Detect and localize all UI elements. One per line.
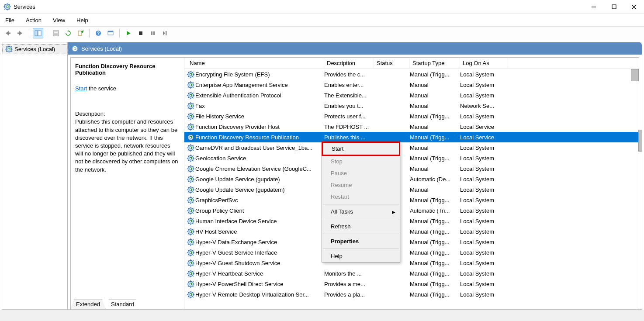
service-row[interactable]: Google Update Service (gupdatem)ManualLo… [184,184,639,195]
maximize-button[interactable] [604,0,624,14]
stop-service-button[interactable] [135,28,146,38]
menu-view[interactable]: View [52,16,66,25]
service-startup: Manual (Trigg... [410,281,460,287]
close-button[interactable] [624,0,644,14]
ctx-start[interactable]: Start [322,142,400,156]
tab-standard[interactable]: Standard [105,300,140,309]
service-row[interactable]: GameDVR and Broadcast User Service_1ba..… [184,142,639,153]
service-row[interactable]: GraphicsPerfSvcManual (Trigg...Local Sys… [184,195,639,205]
service-name: Hyper-V Remote Desktop Virtualization Se… [195,291,309,298]
service-row[interactable]: Hyper-V Remote Desktop Virtualization Se… [184,289,639,300]
service-row[interactable]: Hyper-V Guest Service InterfaceManual (T… [184,247,639,258]
export-button[interactable] [75,28,86,38]
service-icon [187,207,194,214]
header-name[interactable]: Name [187,58,324,68]
header-status[interactable]: Status [374,58,410,68]
ctx-stop-label: Stop [331,158,343,165]
service-row[interactable]: Geolocation ServicegManual (Trigg...Loca… [184,153,639,163]
properties-button[interactable] [51,28,61,38]
service-icon [187,249,194,256]
service-row[interactable]: Google Update Service (gupdate)Automatic… [184,174,639,184]
service-icon [187,270,194,277]
service-row[interactable]: Function Discovery Resource PublicationP… [184,132,639,142]
ctx-refresh[interactable]: Refresh [322,221,400,232]
ctx-all-tasks[interactable]: All Tasks ▶ [322,206,400,217]
export-icon [77,30,83,36]
ctx-help[interactable]: Help [322,250,400,262]
service-name: Hyper-V PowerShell Direct Service [195,281,284,287]
help-button[interactable]: ? [93,28,104,38]
forward-button[interactable] [15,28,25,38]
service-row[interactable]: HV Host ServiceManual (Trigg...Local Sys… [184,226,639,237]
tab-extended[interactable]: Extended [70,300,106,309]
service-row[interactable]: Enterprise App Management ServiceEnables… [184,79,639,90]
forward-arrow-icon [17,30,24,36]
service-logon: Local Service [460,134,508,141]
service-logon: Local System [460,155,508,162]
service-logon: Local System [460,281,508,287]
service-row[interactable]: Extensible Authentication ProtocolThe Ex… [184,90,639,100]
console-button[interactable] [105,28,116,38]
svg-rect-11 [612,5,616,9]
service-row[interactable]: Human Interface Device ServiceManual (Tr… [184,216,639,226]
refresh-button[interactable] [63,28,73,38]
service-row[interactable]: Function Discovery Provider HostThe FDPH… [184,121,639,132]
svg-rect-26 [108,31,113,32]
service-row[interactable]: Hyper-V Guest Shutdown ServiceManual (Tr… [184,258,639,268]
service-logon: Local System [460,71,508,78]
service-logon: Local System [460,197,508,204]
service-row[interactable]: FaxEnables you t...ManualNetwork Se... [184,100,639,111]
header-logon[interactable]: Log On As [460,58,508,68]
service-row[interactable]: File History ServiceProtects user f...Ma… [184,111,639,121]
service-row[interactable]: Hyper-V Data Exchange ServiceManual (Tri… [184,237,639,247]
service-logon: Local System [460,239,508,245]
back-button[interactable] [3,28,13,38]
service-row[interactable]: Hyper-V PowerShell Direct ServiceProvide… [184,279,639,289]
service-list: Name Description Status Startup Type Log… [184,58,639,309]
service-icon [187,228,194,235]
ctx-resume-label: Resume [331,182,352,188]
service-row[interactable]: Google Chrome Elevation Service (GoogleC… [184,163,639,174]
description-body: Publishes this computer and resources at… [75,118,180,173]
minimize-button[interactable] [584,0,604,14]
pause-service-button[interactable] [148,28,158,38]
tree-item-services-local[interactable]: Services (Local) [2,44,67,54]
menu-file[interactable]: File [4,16,15,25]
service-desc: Provides the c... [324,71,374,78]
header-startup[interactable]: Startup Type [410,58,460,68]
service-startup: Automatic (Tri... [410,207,460,214]
menu-action[interactable]: Action [25,16,42,25]
console-icon [107,30,114,36]
service-row[interactable]: Group Policy ClientgAutomatic (Tri...Loc… [184,205,639,216]
service-icon [187,186,194,193]
service-logon: Local System [460,270,508,277]
header-description[interactable]: Description [324,58,374,68]
service-desc: Monitors the ... [324,270,374,277]
svg-rect-15 [17,33,20,34]
start-service-button[interactable] [123,28,134,38]
ctx-stop: Stop [322,155,400,167]
outer-scrollbar-thumb[interactable] [638,130,642,152]
service-icon [187,259,194,267]
service-row[interactable]: Encrypting File System (EFS)Provides the… [184,69,639,79]
ctx-separator [323,234,399,234]
ctx-properties[interactable]: Properties [322,235,400,247]
service-startup: Manual (Trigg... [410,291,460,298]
service-name: HV Host Service [195,228,237,235]
service-icon [187,81,194,89]
show-hide-tree-button[interactable] [33,28,43,38]
service-logon: Local System [460,113,508,120]
service-name: Google Update Service (gupdate) [195,176,280,183]
ctx-start-label: Start [332,145,343,152]
service-desc: Provides a pla... [324,291,374,298]
restart-icon [162,31,168,36]
service-startup: Manual [410,92,460,99]
scrollbar-thumb[interactable] [631,69,639,81]
service-icon [187,197,194,204]
service-desc: Enables you t... [324,103,374,109]
service-row[interactable]: Hyper-V Heartbeat ServiceMonitors the ..… [184,268,639,279]
start-service-link[interactable]: Start [75,85,87,92]
service-name: File History Service [195,113,244,120]
restart-service-button[interactable] [160,28,170,38]
menu-help[interactable]: Help [76,16,89,25]
